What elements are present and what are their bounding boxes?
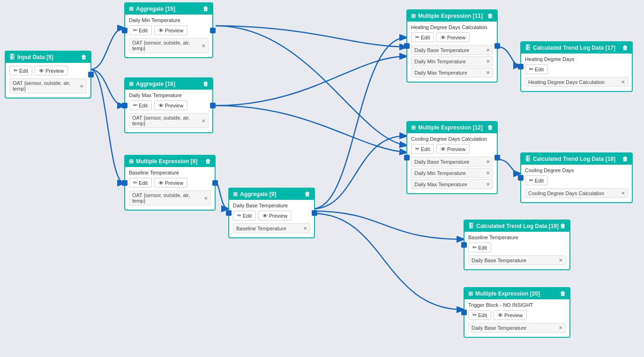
me12-field-1: Daily Base Temperature × bbox=[411, 157, 493, 167]
node-aggregate-9-title: Aggregate [9] bbox=[240, 191, 276, 197]
input-data-edit-btn[interactable]: ✏Edit bbox=[9, 66, 32, 76]
me12-field-2: Daily Min Temperature × bbox=[411, 168, 493, 178]
input-handle[interactable] bbox=[122, 180, 127, 186]
node-calc-trend-17: 🗄 Calculated Trend Log Data [17] 🗑 Heati… bbox=[520, 41, 633, 92]
output-handle[interactable] bbox=[494, 43, 500, 49]
remove-icon[interactable]: × bbox=[621, 79, 625, 85]
node-aggregate-16: ⊞ Aggregate [16] 🗑 Daily Max Temperature… bbox=[124, 77, 213, 133]
me11-edit-btn[interactable]: ✏Edit bbox=[411, 32, 434, 42]
input-handle[interactable] bbox=[518, 64, 524, 69]
trash-icon[interactable]: 🗑 bbox=[560, 290, 566, 297]
calc-trend-17-subtitle: Heating Degree Days bbox=[525, 56, 628, 62]
remove-icon[interactable]: × bbox=[559, 257, 562, 263]
aggregate-15-subtitle: Daily Min Temperature bbox=[129, 17, 209, 23]
input-handle[interactable] bbox=[461, 310, 467, 315]
output-handle[interactable] bbox=[494, 155, 500, 160]
node-multiple-expr-11-header: ⊞ Multiple Expression [11] 🗑 bbox=[407, 10, 497, 22]
node-multiple-expr-12: ⊞ Multiple Expression [12] 🗑 Cooling Deg… bbox=[406, 121, 498, 194]
agg15-edit-btn[interactable]: ✏Edit bbox=[129, 25, 152, 35]
remove-icon[interactable]: × bbox=[486, 159, 490, 165]
grid-icon: ⊞ bbox=[233, 191, 238, 197]
input-handle[interactable] bbox=[122, 103, 127, 108]
remove-icon[interactable]: × bbox=[486, 181, 490, 187]
node-aggregate-15: ⊞ Aggregate [15] 🗑 Daily Min Temperature… bbox=[124, 2, 213, 58]
grid-icon: ⊞ bbox=[129, 6, 134, 12]
input-handle[interactable] bbox=[122, 28, 127, 33]
node-multiple-expr-20: ⊞ Multiple Expression [20] 🗑 Trigger Blo… bbox=[464, 287, 570, 338]
input-handle[interactable] bbox=[518, 175, 524, 181]
grid-icon: ⊞ bbox=[129, 81, 134, 87]
input-handle[interactable] bbox=[461, 242, 467, 248]
output-handle[interactable] bbox=[210, 103, 216, 108]
remove-icon[interactable]: × bbox=[486, 69, 490, 76]
me20-edit-btn[interactable]: ✏Edit bbox=[468, 310, 491, 320]
node-aggregate-16-header: ⊞ Aggregate [16] 🗑 bbox=[125, 78, 212, 90]
output-handle[interactable] bbox=[210, 28, 216, 33]
node-calc-trend-18: 🗄 Calculated Trend Log Data [18] 🗑 Cooli… bbox=[520, 152, 633, 203]
remove-icon[interactable]: × bbox=[204, 195, 208, 201]
trash-icon[interactable]: 🗑 bbox=[622, 45, 628, 51]
input-data-preview-btn[interactable]: 👁Preview bbox=[35, 66, 68, 76]
node-input-data: 🗄 Input Data [5] 🗑 ✏Edit 👁Preview OAT {s… bbox=[5, 51, 91, 99]
remove-icon[interactable]: × bbox=[202, 118, 205, 124]
agg9-preview-btn[interactable]: 👁Preview bbox=[258, 211, 292, 220]
remove-icon[interactable]: × bbox=[559, 325, 562, 331]
ct19-edit-btn[interactable]: ✏Edit bbox=[468, 243, 491, 252]
agg15-preview-btn[interactable]: 👁Preview bbox=[154, 25, 187, 35]
output-handle[interactable] bbox=[312, 210, 317, 216]
me8-preview-btn[interactable]: 👁Preview bbox=[154, 178, 187, 188]
me20-preview-btn[interactable]: 👁Preview bbox=[494, 310, 527, 320]
remove-icon[interactable]: × bbox=[486, 47, 490, 53]
trash-icon[interactable]: 🗑 bbox=[203, 81, 209, 87]
node-multiple-expr-8-title: Multiple Expression [8] bbox=[136, 158, 197, 165]
input-handle[interactable] bbox=[404, 155, 410, 160]
remove-icon[interactable]: × bbox=[80, 83, 83, 89]
trash-icon[interactable]: 🗑 bbox=[203, 6, 209, 12]
calc-trend-18-subtitle: Cooling Degree Days bbox=[525, 167, 628, 173]
remove-icon[interactable]: × bbox=[486, 58, 490, 64]
input-handle[interactable] bbox=[226, 210, 232, 216]
trash-icon[interactable]: 🗑 bbox=[560, 223, 566, 229]
remove-icon[interactable]: × bbox=[486, 170, 490, 176]
multiple-expr-12-subtitle: Cooling Degree Days Calculation bbox=[411, 136, 493, 142]
agg16-preview-btn[interactable]: 👁Preview bbox=[154, 100, 187, 110]
trash-icon[interactable]: 🗑 bbox=[81, 54, 87, 61]
input-handle[interactable] bbox=[404, 43, 410, 49]
grid-icon: ⊞ bbox=[468, 290, 473, 297]
remove-icon[interactable]: × bbox=[202, 43, 205, 49]
ct17-field-1: Heating Degree Days Calculation × bbox=[525, 77, 628, 87]
trash-icon[interactable]: 🗑 bbox=[487, 13, 493, 19]
ct18-field-1: Cooling Degree Days Calculation × bbox=[525, 188, 628, 198]
me12-field-3: Daily Max Temperature × bbox=[411, 179, 493, 189]
trash-icon[interactable]: 🗑 bbox=[205, 158, 211, 165]
grid-icon: ⊞ bbox=[129, 158, 134, 165]
db-icon: 🗄 bbox=[468, 223, 474, 229]
ct18-edit-btn[interactable]: ✏Edit bbox=[525, 175, 548, 185]
me12-preview-btn[interactable]: 👁Preview bbox=[436, 144, 470, 154]
agg9-edit-btn[interactable]: ✏Edit bbox=[233, 211, 256, 220]
node-input-data-title: Input Data [5] bbox=[17, 54, 53, 61]
trash-icon[interactable]: 🗑 bbox=[305, 191, 310, 197]
remove-icon[interactable]: × bbox=[303, 225, 307, 231]
me8-field-1: OAT {sensor, outside, air, temp} × bbox=[129, 190, 211, 205]
agg15-field-1: OAT {sensor, outside, air, temp} × bbox=[129, 38, 209, 53]
remove-icon[interactable]: × bbox=[621, 190, 625, 196]
input-data-field-1: OAT {sensor, outside, air, temp} × bbox=[9, 78, 87, 93]
node-calc-trend-19-header: 🗄 Calculated Trend Log Data [19] 🗑 bbox=[464, 220, 569, 232]
output-handle[interactable] bbox=[212, 180, 218, 186]
agg16-field-1: OAT {sensor, outside, air, temp} × bbox=[129, 113, 209, 128]
node-multiple-expr-12-title: Multiple Expression [12] bbox=[418, 124, 483, 131]
ct17-edit-btn[interactable]: ✏Edit bbox=[525, 64, 548, 74]
multiple-expr-8-subtitle: Baseline Temperature bbox=[129, 170, 211, 175]
node-aggregate-9: ⊞ Aggregate [9] 🗑 Daily Base Temperature… bbox=[228, 188, 315, 238]
trash-icon[interactable]: 🗑 bbox=[487, 124, 493, 131]
me12-edit-btn[interactable]: ✏Edit bbox=[411, 144, 434, 154]
agg16-edit-btn[interactable]: ✏Edit bbox=[129, 100, 152, 110]
trash-icon[interactable]: 🗑 bbox=[622, 156, 628, 162]
me11-preview-btn[interactable]: 👁Preview bbox=[436, 32, 470, 42]
calc-trend-19-subtitle: Baseline Temperature bbox=[468, 235, 566, 240]
db-icon: 🗄 bbox=[9, 54, 15, 61]
workflow-canvas: 🗄 Input Data [5] 🗑 ✏Edit 👁Preview OAT {s… bbox=[0, 0, 644, 357]
me8-edit-btn[interactable]: ✏Edit bbox=[129, 178, 152, 188]
output-handle[interactable] bbox=[88, 72, 94, 77]
